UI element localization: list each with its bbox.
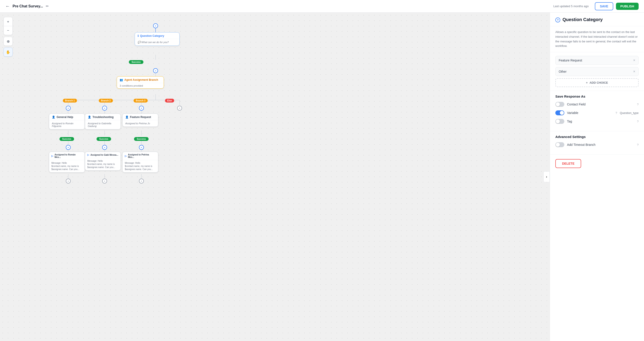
delete-section: DELETE [550, 155, 644, 173]
timeout-label: Add Timeout Branch [567, 143, 634, 146]
question-category-node-icon: ℹ [138, 34, 139, 37]
choice-item-feature-request: Feature Request × [555, 56, 638, 65]
variable-label: Variable [567, 111, 613, 115]
add-choice-label: ADD CHOICE [590, 81, 608, 84]
edit-title-button[interactable]: ✏ [46, 4, 49, 8]
assign-node-3-title: Feature Request [130, 115, 151, 119]
question-category-node-label: Question Category [140, 34, 164, 37]
agent-assignment-label: Agent Assignment Branch [124, 78, 158, 81]
zoom-in-button[interactable]: + [4, 17, 12, 26]
msg-node-3-body: Message: Hello $contact.name, my name is… [122, 160, 158, 172]
top-success-badge: Success [129, 60, 144, 64]
bottom1-add[interactable]: + [66, 179, 71, 184]
msg-node-2[interactable]: ▷ Assigned to Gabi Messa... Message: Hel… [85, 152, 121, 170]
zoom-out-button[interactable]: − [4, 26, 12, 35]
contact-field-toggle[interactable] [555, 102, 564, 107]
add-choice-plus-icon: + [586, 81, 588, 84]
tag-label: Tag [567, 120, 634, 123]
timeout-help-icon[interactable]: ? [637, 143, 638, 146]
question-category-node-body: 💬 What can we do for you? [135, 39, 179, 45]
choices-section: Feature Request × Other × + ADD CHOICE [550, 52, 644, 91]
msg-node-3-icon: ▷ [125, 155, 126, 157]
branch-2-badge: Branch 2 [99, 99, 113, 102]
panel-description: Allows a specific question to be sent to… [550, 26, 644, 52]
publish-button[interactable]: PUBLISH [616, 3, 638, 10]
choice-feature-request-remove[interactable]: × [633, 58, 635, 62]
agent-conditions-text: 3 conditions provided [117, 83, 164, 88]
assign-node-2-title: Troubleshooting [92, 115, 114, 119]
choice-feature-request-text: Feature Request [559, 58, 582, 62]
msg-node-2-title: Assigned to Gabi Messa... [90, 154, 118, 156]
add-choice-button[interactable]: + ADD CHOICE [555, 78, 638, 87]
success2-add[interactable]: + [102, 145, 107, 150]
variable-row: Variable ? Question_type [555, 110, 638, 115]
assign-node-2-icon: 👤 [88, 115, 91, 119]
variable-value: Question_type [620, 111, 638, 115]
variable-toggle[interactable] [555, 110, 564, 115]
contact-field-label: Contact Field [567, 102, 634, 106]
timeout-branch-row: Add Timeout Branch ? [555, 142, 638, 147]
bottom3-add[interactable]: + [139, 179, 144, 184]
success3-add[interactable]: + [139, 145, 144, 150]
page-title: Pre Chat Survey... [12, 4, 43, 8]
assign-node-3-icon: 👤 [125, 115, 128, 119]
assign-node-1[interactable]: 👤 General Help Assigned to Román Filguei… [49, 113, 85, 129]
tag-toggle[interactable] [555, 119, 564, 124]
timeout-toggle[interactable] [555, 142, 564, 147]
variable-help-icon[interactable]: ? [616, 111, 617, 115]
assign-node-1-icon: 👤 [52, 115, 55, 119]
choice-other-text: Other [559, 70, 566, 73]
canvas-toolbar: + − ⊕ ✋ [4, 17, 12, 56]
success-badge-3: Success [134, 137, 148, 141]
msg-node-3-title: Assigned to Petrina Mes... [128, 153, 156, 158]
assign-node-1-body: Assigned to Román Filgueira [49, 120, 84, 129]
msg-node-2-icon: ▷ [87, 153, 89, 156]
msg-node-1-body: Message: Hello $contact.name, my name is… [49, 160, 84, 172]
save-response-section: Save Response As Contact Field ? Variabl… [550, 91, 644, 131]
after-success-add[interactable]: + [153, 68, 158, 73]
bottom2-add[interactable]: + [102, 179, 107, 184]
agent-assignment-node[interactable]: 👥 Agent Assignment Branch 3 conditions p… [117, 76, 164, 89]
assign-node-1-title: General Help [56, 115, 73, 119]
choice-other-remove[interactable]: × [633, 69, 635, 74]
delete-button[interactable]: DELETE [555, 159, 581, 168]
assign-node-3-body: Assigned to Petrina Jo [122, 120, 158, 126]
tag-row: Tag ? [555, 119, 638, 124]
question-category-node[interactable]: ℹ Question Category 💬 What can we do for… [135, 32, 180, 46]
top-add-button[interactable]: + [153, 23, 158, 28]
right-panel: ? Question Category Allows a specific qu… [550, 12, 644, 341]
branch1-add[interactable]: + [66, 106, 71, 111]
branch3-add[interactable]: + [139, 106, 144, 111]
assign-node-3[interactable]: 👤 Feature Request Assigned to Petrina Jo [122, 113, 158, 127]
panel-toggle-button[interactable]: › [544, 171, 550, 182]
msg-node-1-title: Assigned to Román Mes... [54, 153, 82, 158]
msg-node-1[interactable]: ▷ Assigned to Román Mes... Message: Hell… [49, 152, 85, 173]
back-button[interactable]: ← [6, 3, 10, 9]
agent-assignment-icon: 👥 [120, 78, 123, 81]
else-add[interactable]: + [177, 106, 182, 111]
contact-field-row: Contact Field ? [555, 102, 638, 107]
save-button[interactable]: SAVE [595, 2, 613, 10]
tag-help-icon[interactable]: ? [637, 120, 638, 123]
canvas: + − ⊕ ✋ › [0, 12, 550, 341]
msg-node-3[interactable]: ▷ Assigned to Petrina Mes... Message: He… [122, 152, 158, 173]
success1-add[interactable]: + [66, 145, 71, 150]
edit-icon: ✏ [46, 4, 49, 8]
center-button[interactable]: ⊕ [4, 37, 12, 46]
branch2-add[interactable]: + [102, 106, 107, 111]
choice-item-other: Other × [555, 67, 638, 76]
branch-else-badge: Else [165, 99, 174, 102]
panel-title: Question Category [562, 17, 603, 22]
contact-field-help-icon[interactable]: ? [637, 103, 638, 106]
advanced-settings-section: Advanced Settings Add Timeout Branch ? [550, 131, 644, 155]
flow-lines [0, 12, 550, 341]
msg-node-2-body: Message: Hello $contact.name, my name is… [85, 158, 120, 170]
hand-tool-button[interactable]: ✋ [4, 47, 12, 56]
panel-help-icon: ? [555, 17, 560, 22]
last-updated-text: Last updated 5 months ago [553, 4, 589, 8]
back-icon: ← [6, 3, 10, 9]
success-badge-2: Success [96, 137, 111, 141]
success-badge-1: Success [60, 137, 74, 141]
assign-node-2[interactable]: 👤 Troubleshooting Assigned to Gabriella … [85, 113, 121, 129]
assign-node-2-body: Assigned to Gabriella Gadung [85, 120, 120, 129]
